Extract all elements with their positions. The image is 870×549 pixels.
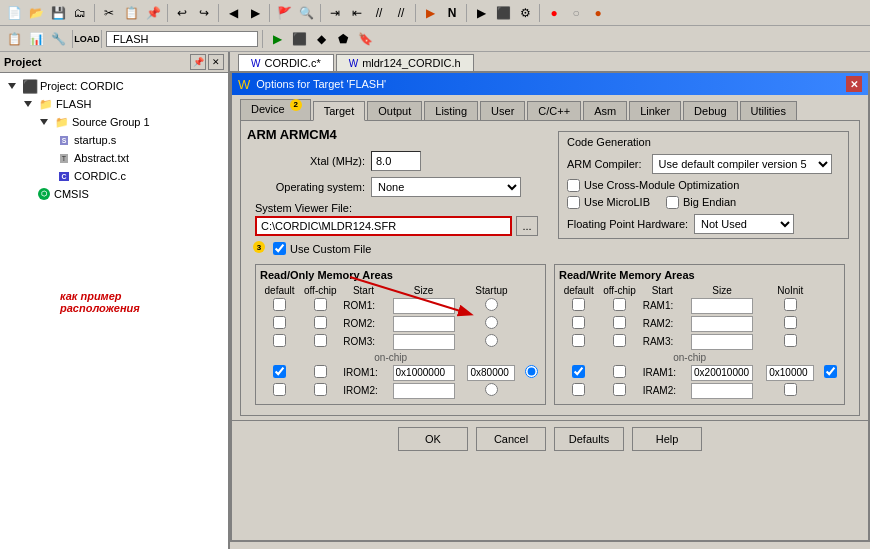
doc-tab-mldr[interactable]: W mldr124_CORDIC.h — [336, 54, 474, 71]
tab-debug[interactable]: Debug — [683, 101, 737, 120]
iram2-default-cb[interactable] — [572, 383, 585, 396]
ram3-default-cb[interactable] — [572, 334, 585, 347]
iram1-size-input[interactable] — [766, 365, 814, 381]
paste-btn[interactable]: 📌 — [143, 3, 163, 23]
ram2-offchip-cb[interactable] — [613, 316, 626, 329]
tree-source-group[interactable]: 📁 Source Group 1 — [4, 113, 224, 131]
tree-startup[interactable]: S startup.s — [4, 131, 224, 149]
indent-btn[interactable]: ⇥ — [325, 3, 345, 23]
uncomment-btn[interactable]: // — [391, 3, 411, 23]
tab-listing[interactable]: Listing — [424, 101, 478, 120]
build-btn[interactable]: ▶ — [420, 3, 440, 23]
defaults-button[interactable]: Defaults — [554, 427, 624, 451]
ram1-start-input[interactable] — [691, 298, 753, 314]
rom2-offchip-cb[interactable] — [314, 316, 327, 329]
new-btn[interactable]: 📄 — [4, 3, 24, 23]
rom3-default-cb[interactable] — [273, 334, 286, 347]
find-btn[interactable]: 🔍 — [296, 3, 316, 23]
irom1-default-cb[interactable] — [273, 365, 286, 378]
iram1-default-cb[interactable] — [572, 365, 585, 378]
ram2-noinit-cb[interactable] — [784, 316, 797, 329]
big-endian-cb[interactable] — [666, 196, 679, 209]
cross-module-cb[interactable] — [567, 179, 580, 192]
tab-cc[interactable]: C/C++ — [527, 101, 581, 120]
circle1[interactable]: ● — [544, 3, 564, 23]
irom1-startup-radio[interactable] — [525, 365, 538, 378]
ram1-default-cb[interactable] — [572, 298, 585, 311]
irom2-startup-radio[interactable] — [485, 383, 498, 396]
tab-output[interactable]: Output — [367, 101, 422, 120]
save-all-btn[interactable]: 🗂 — [70, 3, 90, 23]
target-name-input[interactable]: FLASH — [106, 31, 258, 47]
tb2-icon2[interactable]: 📊 — [26, 29, 46, 49]
tab-user[interactable]: User — [480, 101, 525, 120]
dialog-close-btn[interactable]: ✕ — [846, 76, 862, 92]
iram2-offchip-cb[interactable] — [613, 383, 626, 396]
svf-input[interactable] — [255, 216, 512, 236]
use-custom-checkbox[interactable] — [273, 242, 286, 255]
irom2-offchip-cb[interactable] — [314, 383, 327, 396]
tree-cordic[interactable]: C CORDIC.c — [4, 167, 224, 185]
bookmark-btn[interactable]: 🚩 — [274, 3, 294, 23]
svf-browse-btn[interactable]: ... — [516, 216, 538, 236]
tree-cmsis[interactable]: ⬡ CMSIS — [4, 185, 224, 203]
os-select[interactable]: None — [371, 177, 521, 197]
rom3-start-input[interactable] — [393, 334, 455, 350]
rom2-startup-radio[interactable] — [485, 316, 498, 329]
pin-btn[interactable]: 📌 — [190, 54, 206, 70]
iram2-start-input[interactable] — [691, 383, 753, 399]
tb2-icon1[interactable]: 📋 — [4, 29, 24, 49]
tb2-icon7[interactable]: 🔖 — [355, 29, 375, 49]
tb2-run[interactable]: ▶ — [267, 29, 287, 49]
circle2[interactable]: ○ — [566, 3, 586, 23]
iram1-noinit-cb[interactable] — [824, 365, 837, 378]
irom2-start-input[interactable] — [393, 383, 455, 399]
open-btn[interactable]: 📂 — [26, 3, 46, 23]
rom3-startup-radio[interactable] — [485, 334, 498, 347]
fp-hw-select[interactable]: Not Used — [694, 214, 794, 234]
rom1-offchip-cb[interactable] — [314, 298, 327, 311]
ram3-offchip-cb[interactable] — [613, 334, 626, 347]
ram1-noinit-cb[interactable] — [784, 298, 797, 311]
cancel-button[interactable]: Cancel — [476, 427, 546, 451]
back-btn[interactable]: ◀ — [223, 3, 243, 23]
iram1-start-input[interactable] — [691, 365, 753, 381]
rom1-start-input[interactable] — [393, 298, 455, 314]
fwd-btn[interactable]: ▶ — [245, 3, 265, 23]
rom2-default-cb[interactable] — [273, 316, 286, 329]
ram3-noinit-cb[interactable] — [784, 334, 797, 347]
irom2-default-cb[interactable] — [273, 383, 286, 396]
cut-btn[interactable]: ✂ — [99, 3, 119, 23]
stop-btn[interactable]: ⬛ — [493, 3, 513, 23]
rom1-startup-radio[interactable] — [485, 298, 498, 311]
tab-target[interactable]: Target — [313, 101, 366, 121]
ram3-start-input[interactable] — [691, 334, 753, 350]
iram1-offchip-cb[interactable] — [613, 365, 626, 378]
close-panel-btn[interactable]: ✕ — [208, 54, 224, 70]
tb2-icon3[interactable]: 🔧 — [48, 29, 68, 49]
tab-asm[interactable]: Asm — [583, 101, 627, 120]
tree-project-root[interactable]: ⬛ Project: CORDIC — [4, 77, 224, 95]
rom2-start-input[interactable] — [393, 316, 455, 332]
undo-btn[interactable]: ↩ — [172, 3, 192, 23]
compiler-select[interactable]: Use default compiler version 5 — [652, 154, 832, 174]
iram2-noinit-cb[interactable] — [784, 383, 797, 396]
xtal-input[interactable] — [371, 151, 421, 171]
tb2-icon6[interactable]: ⬟ — [333, 29, 353, 49]
ram1-offchip-cb[interactable] — [613, 298, 626, 311]
comment-btn[interactable]: // — [369, 3, 389, 23]
outdent-btn[interactable]: ⇤ — [347, 3, 367, 23]
tb2-load[interactable]: LOAD — [77, 29, 97, 49]
ram2-start-input[interactable] — [691, 316, 753, 332]
n-btn[interactable]: N — [442, 3, 462, 23]
ok-button[interactable]: OK — [398, 427, 468, 451]
gear-btn[interactable]: ⚙ — [515, 3, 535, 23]
tab-device[interactable]: Device 2 — [240, 99, 311, 120]
tb2-icon4[interactable]: ⬛ — [289, 29, 309, 49]
irom1-start-input[interactable] — [393, 365, 455, 381]
rom3-offchip-cb[interactable] — [314, 334, 327, 347]
tab-utilities[interactable]: Utilities — [740, 101, 797, 120]
doc-tab-cordic[interactable]: W CORDIC.c* — [238, 54, 334, 71]
save-btn[interactable]: 💾 — [48, 3, 68, 23]
tree-abstract[interactable]: T Abstract.txt — [4, 149, 224, 167]
